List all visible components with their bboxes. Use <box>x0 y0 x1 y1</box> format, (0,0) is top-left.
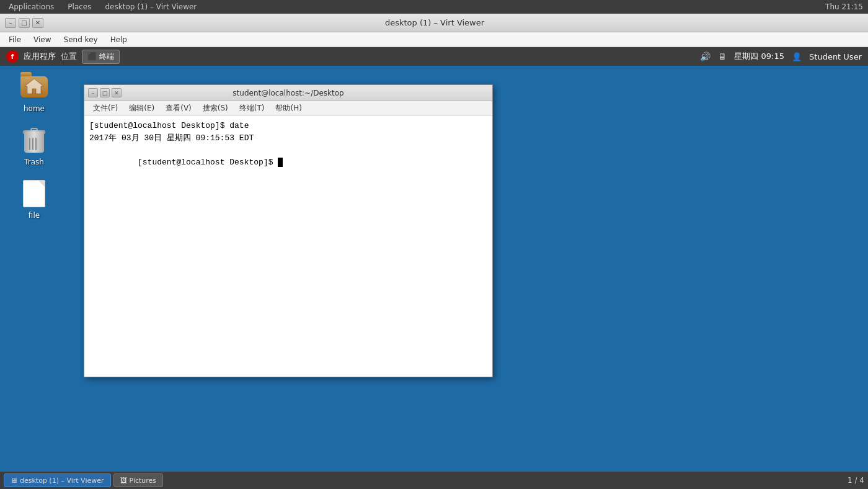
vm-places-menu[interactable]: 位置 <box>61 51 77 62</box>
file-icon-label: file <box>29 211 40 220</box>
host-topbar-right: Thu 21:15 <box>825 2 863 11</box>
home-icon-image <box>19 72 49 102</box>
trash-icon-shape <box>23 128 45 153</box>
vm-terminal-launcher[interactable]: ⬛ 终端 <box>82 50 120 64</box>
terminal-close-button[interactable]: ✕ <box>112 88 122 97</box>
terminal-line-1: [student@localhost Desktop]$ date <box>89 120 487 132</box>
trash-line-3 <box>35 138 37 150</box>
terminal-maximize-button[interactable]: □ <box>100 88 110 97</box>
virt-viewer-window: – □ ✕ desktop (1) – Virt Viewer File Vie… <box>0 14 868 489</box>
host-taskbar-right: 1 / 4 <box>848 476 864 485</box>
trash-line-2 <box>32 138 33 150</box>
host-taskbar-pictures-item[interactable]: 🖼 Pictures <box>113 473 164 487</box>
vm-applications-menu[interactable]: 应用程序 <box>24 51 56 62</box>
virt-viewer-view-menu[interactable]: View <box>29 34 56 45</box>
vm-time: 星期四 09:15 <box>734 51 784 62</box>
trash-icon-label: Trash <box>24 158 44 166</box>
host-taskbar-viewer-label: desktop (1) – Virt Viewer <box>20 477 104 485</box>
terminal-line-2: 2017年 03月 30日 星期四 09:15:53 EDT <box>89 132 487 145</box>
host-active-window[interactable]: desktop (1) – Virt Viewer <box>101 1 200 12</box>
file-icon-shape <box>23 180 45 207</box>
terminal-title: student@localhost:~/Desktop <box>122 89 455 97</box>
terminal-body[interactable]: [student@localhost Desktop]$ date 2017年 … <box>84 116 492 377</box>
terminal-menubar: 文件(F) 编辑(E) 查看(V) 搜索(S) 终端(T) 帮助(H) <box>84 101 492 116</box>
vm-panel-right: 🔊 🖥 星期四 09:15 👤 Student User <box>700 51 862 62</box>
host-places-menu[interactable]: Places <box>64 1 95 12</box>
virt-viewer-close-button[interactable]: ✕ <box>32 18 43 28</box>
host-taskbar-viewer-item[interactable]: 🖥 desktop (1) – Virt Viewer <box>4 473 111 487</box>
vm-user-icon: 👤 <box>792 52 802 61</box>
terminal-titlebar: – □ ✕ student@localhost:~/Desktop <box>84 85 492 101</box>
terminal-cursor <box>278 158 283 167</box>
file-icon-image <box>19 179 49 209</box>
desktop-icon-home[interactable]: home <box>12 72 56 113</box>
virt-viewer-help-menu[interactable]: Help <box>105 34 132 45</box>
desktop-icons: home <box>12 72 56 220</box>
vm-user-label: Student User <box>809 52 862 61</box>
trash-icon-image <box>19 125 49 155</box>
host-topbar-left: Applications Places desktop (1) – Virt V… <box>5 1 200 12</box>
terminal-edit-menu[interactable]: 编辑(E) <box>124 102 159 115</box>
house-svg <box>25 78 43 95</box>
speaker-icon: 🔊 <box>700 52 711 61</box>
virt-viewer-minimize-button[interactable]: – <box>5 18 16 28</box>
terminal-help-menu[interactable]: 帮助(H) <box>270 102 306 115</box>
terminal-wm-buttons: – □ ✕ <box>88 88 122 97</box>
home-folder-icon <box>20 76 48 97</box>
terminal-prompt-line: [student@localhost Desktop]$ <box>89 144 487 181</box>
terminal-view-menu[interactable]: 查看(V) <box>161 102 197 115</box>
host-topbar: Applications Places desktop (1) – Virt V… <box>0 0 868 14</box>
trash-can <box>24 132 44 153</box>
folder-body <box>20 76 48 97</box>
terminal-minimize-button[interactable]: – <box>88 88 98 97</box>
host-taskbar: 🖥 desktop (1) – Virt Viewer 🖼 Pictures 1… <box>0 472 868 489</box>
terminal-search-menu[interactable]: 搜索(S) <box>198 102 233 115</box>
desktop-icon-trash[interactable]: Trash <box>12 125 56 166</box>
virt-viewer-file-menu[interactable]: File <box>4 34 26 45</box>
file-corner <box>38 181 45 187</box>
desktop-icon-file[interactable]: file <box>12 179 56 220</box>
virt-viewer-title: desktop (1) – Virt Viewer <box>43 18 826 27</box>
host-applications-menu[interactable]: Applications <box>5 1 58 12</box>
terminal-window: – □ ✕ student@localhost:~/Desktop 文件(F) … <box>84 84 493 377</box>
trash-line-1 <box>29 138 30 150</box>
virt-viewer-maximize-button[interactable]: □ <box>19 18 30 28</box>
virt-viewer-titlebar: – □ ✕ desktop (1) – Virt Viewer <box>0 14 868 32</box>
terminal-prompt: [student@localhost Desktop]$ <box>138 158 278 167</box>
trash-lines <box>29 138 37 150</box>
host-taskbar-pictures-icon: 🖼 <box>120 477 127 485</box>
vm-desktop: f 应用程序 位置 ⬛ 终端 🔊 🖥 星期四 09:15 👤 Student U… <box>0 47 868 489</box>
virt-viewer-wm-buttons: – □ ✕ <box>5 18 43 28</box>
vm-top-panel: f 应用程序 位置 ⬛ 终端 🔊 🖥 星期四 09:15 👤 Student U… <box>0 47 868 66</box>
monitor-icon: 🖥 <box>718 52 727 61</box>
host-time: Thu 21:15 <box>825 2 863 11</box>
home-icon-label: home <box>24 104 45 113</box>
terminal-terminal-menu[interactable]: 终端(T) <box>234 102 270 115</box>
vm-panel-left: f 应用程序 位置 ⬛ 终端 <box>6 50 120 64</box>
terminal-icon: ⬛ <box>87 52 97 61</box>
host-taskbar-pager: 1 / 4 <box>848 476 864 485</box>
host-taskbar-pictures-label: Pictures <box>130 477 157 485</box>
terminal-label: 终端 <box>99 52 114 62</box>
redhat-logo: f <box>6 50 19 63</box>
terminal-file-menu[interactable]: 文件(F) <box>88 102 123 115</box>
svg-marker-0 <box>25 79 43 94</box>
host-taskbar-viewer-icon: 🖥 <box>11 477 17 485</box>
virt-viewer-sendkey-menu[interactable]: Send key <box>59 34 103 45</box>
virt-viewer-menubar: File View Send key Help <box>0 32 868 47</box>
